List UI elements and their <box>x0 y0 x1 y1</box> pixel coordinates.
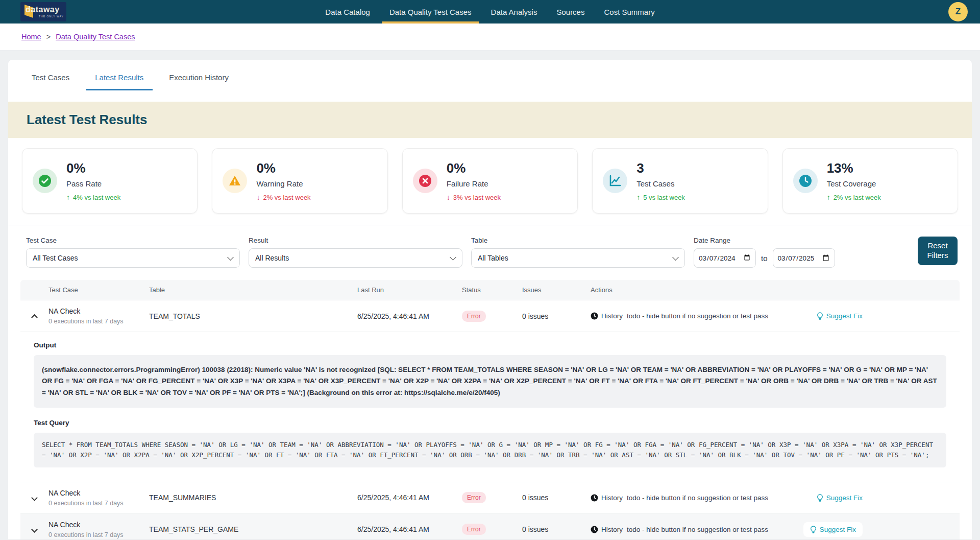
filter-bar: Test Case All Test Cases Result All Resu… <box>8 225 972 275</box>
test-case-executions: 0 executions in last 7 days <box>48 318 149 325</box>
last-run-timestamp: 6/25/2025, 4:46:41 AM <box>357 525 462 533</box>
warning-triangle-icon <box>223 169 247 193</box>
filter-label-result: Result <box>249 237 462 244</box>
tab-test-cases[interactable]: Test Cases <box>22 67 79 90</box>
nav-item-sources[interactable]: Sources <box>549 0 592 24</box>
issues-count: 0 issues <box>522 312 591 320</box>
test-query-label: Test Query <box>34 419 946 427</box>
history-button[interactable]: History <box>591 312 623 320</box>
test-case-select[interactable]: All Test Cases <box>26 248 240 268</box>
stat-label: Test Cases <box>636 179 685 188</box>
stat-card-test-cases: 3 Test Cases 5 vs last week <box>592 148 768 214</box>
collapse-row-button[interactable] <box>20 314 48 318</box>
top-navigation-bar: dataway THE ONLY WAY Data Catalog Data Q… <box>0 0 980 24</box>
page-banner: Latest Test Results <box>8 102 972 138</box>
table-name: TEAM_TOTALS <box>149 312 357 320</box>
clock-icon <box>793 169 818 193</box>
stat-trend: 5 vs last week <box>643 194 685 201</box>
test-case-name: NA Check <box>48 307 149 315</box>
filter-label-date-range: Date Range <box>694 237 835 244</box>
test-query-sql: SELECT * FROM TEAM_TOTALS WHERE SEASON =… <box>42 440 938 460</box>
header-status: Status <box>462 286 522 294</box>
filter-label-test-case: Test Case <box>26 237 240 244</box>
history-clock-icon <box>591 312 598 320</box>
suggest-fix-button[interactable]: Suggest Fix <box>817 494 863 502</box>
stat-trend: 4% vs last week <box>73 194 120 201</box>
nav-item-cost-summary[interactable]: Cost Summary <box>596 0 662 24</box>
check-circle-icon <box>33 169 57 193</box>
suggest-fix-button[interactable]: Suggest Fix <box>817 312 863 320</box>
stat-card-test-coverage: 13% Test Coverage 2% vs last week <box>782 148 958 214</box>
table-select-wrap: All Tables <box>471 248 685 268</box>
issues-count: 0 issues <box>522 494 591 502</box>
brand-name: dataway <box>26 6 66 14</box>
brand-logo[interactable]: dataway THE ONLY WAY <box>20 2 66 21</box>
chevron-up-icon <box>31 314 38 321</box>
stat-value: 0% <box>256 160 310 176</box>
result-select[interactable]: All Results <box>249 248 462 268</box>
stat-trend: 2% vs last week <box>263 194 310 201</box>
stat-value: 13% <box>827 160 881 176</box>
date-to-input[interactable] <box>773 248 835 268</box>
stat-cards: 0% Pass Rate 4% vs last week 0% Warning … <box>8 138 972 225</box>
stat-value: 3 <box>636 160 685 176</box>
test-case-executions: 0 executions in last 7 days <box>48 500 149 507</box>
breadcrumb-home-link[interactable]: Home <box>21 33 41 41</box>
tab-execution-history[interactable]: Execution History <box>160 67 238 90</box>
stat-label: Pass Rate <box>66 179 120 188</box>
stat-value: 0% <box>447 160 501 176</box>
stat-trend: 2% vs last week <box>834 194 881 201</box>
line-chart-icon <box>603 169 627 193</box>
stat-trend: 3% vs last week <box>453 194 501 201</box>
reset-filters-button[interactable]: Reset Filters <box>918 237 958 265</box>
stat-label: Failure Rate <box>447 179 501 188</box>
stat-card-failure-rate: 0% Failure Rate 3% vs last week <box>402 148 578 214</box>
test-case-select-wrap: All Test Cases <box>26 248 240 268</box>
todo-note: todo - hide button if no suggestion or t… <box>627 526 768 533</box>
suggest-fix-button[interactable]: Suggest Fix <box>803 522 863 537</box>
tab-latest-results[interactable]: Latest Results <box>86 67 153 90</box>
history-clock-icon <box>591 526 598 533</box>
expanded-row-detail: Output (snowflake.connector.errors.Progr… <box>20 332 960 482</box>
stat-value: 0% <box>66 160 120 176</box>
stat-card-warning-rate: 0% Warning Rate 2% vs last week <box>212 148 387 214</box>
trend-down-icon <box>256 193 260 201</box>
expand-row-button[interactable] <box>20 527 48 532</box>
breadcrumb-current-link[interactable]: Data Quality Test Cases <box>56 33 135 41</box>
table-header-row: Test Case Table Last Run Status Issues A… <box>20 280 960 300</box>
header-last-run: Last Run <box>357 286 462 294</box>
last-run-timestamp: 6/25/2025, 4:46:41 AM <box>357 494 462 502</box>
status-badge: Error <box>462 311 486 322</box>
test-case-name: NA Check <box>48 489 149 497</box>
expand-row-button[interactable] <box>20 496 48 500</box>
trend-up-icon <box>66 193 70 201</box>
test-case-executions: 0 executions in last 7 days <box>48 531 149 538</box>
header-issues: Issues <box>522 286 591 294</box>
table-select[interactable]: All Tables <box>471 248 685 268</box>
lightbulb-icon <box>817 494 823 502</box>
tab-bar: Test Cases Latest Results Execution Hist… <box>8 60 972 90</box>
result-select-wrap: All Results <box>249 248 462 268</box>
stat-label: Warning Rate <box>256 179 310 188</box>
last-run-timestamp: 6/25/2025, 4:46:41 AM <box>357 312 462 320</box>
history-button[interactable]: History <box>591 526 623 533</box>
table-name: TEAM_SUMMARIES <box>149 494 357 502</box>
breadcrumb: Home > Data Quality Test Cases <box>0 24 980 51</box>
history-button[interactable]: History <box>591 494 623 502</box>
page-title: Latest Test Results <box>27 112 953 128</box>
header-actions: Actions <box>591 286 960 294</box>
brand-tagline: THE ONLY WAY <box>39 15 66 18</box>
nav-item-data-analysis[interactable]: Data Analysis <box>483 0 545 24</box>
issues-count: 0 issues <box>522 525 591 533</box>
date-from-input[interactable] <box>694 248 756 268</box>
nav-item-data-quality-test-cases[interactable]: Data Quality Test Cases <box>382 0 479 24</box>
nav-item-data-catalog[interactable]: Data Catalog <box>317 0 378 24</box>
test-query-panel: SELECT * FROM TEAM_TOTALS WHERE SEASON =… <box>34 433 946 467</box>
chevron-down-icon <box>31 495 38 501</box>
header-table: Table <box>149 286 357 294</box>
stat-card-pass-rate: 0% Pass Rate 4% vs last week <box>22 148 198 214</box>
user-avatar[interactable]: Z <box>948 2 968 21</box>
status-badge: Error <box>462 492 486 503</box>
table-row: NA Check 0 executions in last 7 days TEA… <box>20 514 960 539</box>
table-name: TEAM_STATS_PER_GAME <box>149 525 357 533</box>
